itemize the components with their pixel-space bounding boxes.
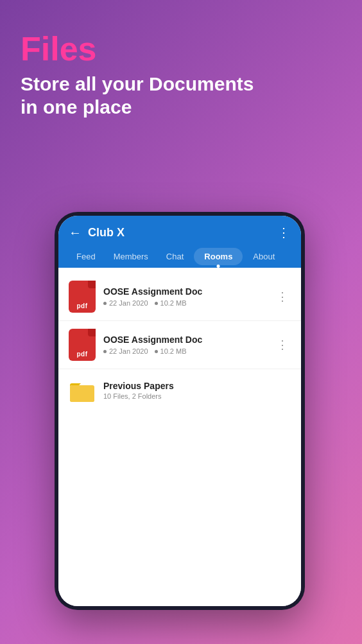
tab-members[interactable]: Members (106, 248, 156, 268)
file-meta: 22 Jan 2020 10.2 MB (103, 347, 266, 355)
tab-feed[interactable]: Feed (69, 248, 103, 268)
more-options-button[interactable]: ⋮ (277, 225, 291, 240)
screen-title: Club X (88, 226, 125, 239)
file-meta: 22 Jan 2020 10.2 MB (103, 299, 266, 307)
folder-info: Previous Papers 10 Files, 2 Folders (103, 381, 291, 400)
tab-about[interactable]: About (245, 248, 282, 268)
file-size: 10.2 MB (155, 299, 187, 307)
file-item: pdf OOSE Assignment Doc 22 Jan 2020 10.2… (58, 321, 301, 369)
file-more-button[interactable]: ⋮ (274, 287, 291, 306)
back-button[interactable]: ← (69, 225, 82, 240)
nav-tabs: Feed Members Chat Rooms About (69, 248, 291, 268)
file-info: OOSE Assignment Doc 22 Jan 2020 10.2 MB (103, 335, 266, 355)
file-date: 22 Jan 2020 (103, 299, 148, 307)
hero-subtitle: Store all your Documents in one place (21, 73, 341, 119)
dot-icon (103, 302, 107, 305)
pdf-icon: pdf (69, 329, 96, 361)
file-info: OOSE Assignment Doc 22 Jan 2020 10.2 MB (103, 286, 266, 307)
phone-screen: ← Club X ⋮ Feed Members Chat Rooms About… (58, 216, 301, 606)
app-header: ← Club X ⋮ Feed Members Chat Rooms About (58, 216, 301, 268)
files-list: pdf OOSE Assignment Doc 22 Jan 2020 10.2… (58, 268, 301, 606)
file-name: OOSE Assignment Doc (103, 286, 266, 297)
file-item: pdf OOSE Assignment Doc 22 Jan 2020 10.2… (58, 273, 301, 321)
hero-title: Files (21, 31, 341, 67)
folder-name: Previous Papers (103, 381, 291, 391)
pdf-icon: pdf (69, 281, 96, 313)
folder-meta: 10 Files, 2 Folders (103, 392, 291, 400)
header-top: ← Club X ⋮ (69, 225, 291, 240)
tab-chat[interactable]: Chat (159, 248, 191, 268)
file-more-button[interactable]: ⋮ (274, 335, 291, 354)
file-date: 22 Jan 2020 (103, 347, 148, 355)
dot-icon (103, 350, 107, 353)
file-size: 10.2 MB (155, 347, 187, 355)
file-name: OOSE Assignment Doc (103, 335, 266, 345)
folder-icon (69, 377, 96, 404)
folder-item: Previous Papers 10 Files, 2 Folders (58, 369, 301, 412)
dot-icon (155, 302, 158, 305)
svg-rect-1 (70, 387, 94, 402)
tab-rooms[interactable]: Rooms (194, 248, 243, 265)
phone-mockup: ← Club X ⋮ Feed Members Chat Rooms About… (55, 212, 305, 610)
dot-icon (155, 350, 158, 353)
header-left: ← Club X (69, 225, 125, 240)
hero-section: Files Store all your Documents in one pl… (0, 0, 362, 119)
